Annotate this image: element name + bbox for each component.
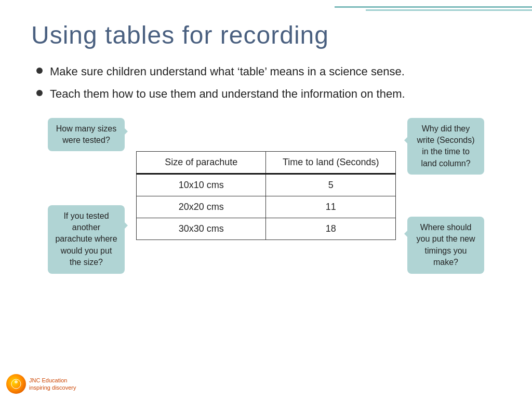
cell-row2-col1: 20x20 cms — [137, 196, 266, 218]
cell-row1-col2: 5 — [266, 174, 396, 196]
header-col-2: Time to land (Seconds) — [266, 152, 396, 174]
table-header-row: Size of parachute Time to land (Seconds) — [137, 152, 396, 174]
table-row: 10x10 cms 5 — [137, 174, 396, 196]
callout-top-right: Why did they write (Seconds) in the time… — [407, 118, 484, 175]
cell-row3-col2: 18 — [266, 218, 396, 240]
logo-name: JNC Education — [29, 377, 76, 384]
bullet-text-1: Make sure children understand what ‘tabl… — [50, 64, 405, 80]
header-col-1: Size of parachute — [137, 152, 266, 174]
svg-point-1 — [15, 380, 18, 383]
cell-row2-col2: 11 — [266, 196, 396, 218]
data-table: Size of parachute Time to land (Seconds)… — [136, 151, 396, 240]
logo-svg — [10, 378, 22, 390]
bullet-item-1: Make sure children understand what ‘tabl… — [36, 64, 501, 80]
accent-line-2 — [366, 9, 532, 11]
callout-top-left: How many sizes were tested? — [48, 118, 125, 152]
accent-line-1 — [335, 6, 532, 8]
left-callouts: How many sizes were tested? If you teste… — [48, 118, 131, 274]
callout-bottom-left: If you tested another parachute where wo… — [48, 205, 125, 274]
callout-bottom-right: Where should you put the new timings you… — [407, 217, 484, 274]
table-row: 30x30 cms 18 — [137, 218, 396, 240]
bullet-dot-1 — [36, 68, 43, 74]
table-wrapper: Size of parachute Time to land (Seconds)… — [136, 151, 396, 240]
bullet-text-2: Teach them how to use them and understan… — [50, 86, 405, 102]
cell-row3-col1: 30x30 cms — [137, 218, 266, 240]
table-section: How many sizes were tested? If you teste… — [43, 118, 489, 274]
bullet-list: Make sure children understand what ‘tabl… — [31, 64, 501, 102]
main-content: Using tables for recording Make sure chi… — [0, 0, 532, 284]
cell-row1-col1: 10x10 cms — [137, 174, 266, 196]
logo-icon — [6, 374, 26, 394]
logo-text: JNC Education inspiring discovery — [29, 377, 76, 392]
bullet-dot-2 — [36, 90, 43, 96]
bullet-item-2: Teach them how to use them and understan… — [36, 86, 501, 102]
right-callouts: Why did they write (Seconds) in the time… — [401, 118, 484, 274]
table-row: 20x20 cms 11 — [137, 196, 396, 218]
page-title: Using tables for recording — [31, 21, 501, 49]
logo-tagline: inspiring discovery — [29, 384, 76, 391]
logo: JNC Education inspiring discovery — [6, 374, 76, 394]
